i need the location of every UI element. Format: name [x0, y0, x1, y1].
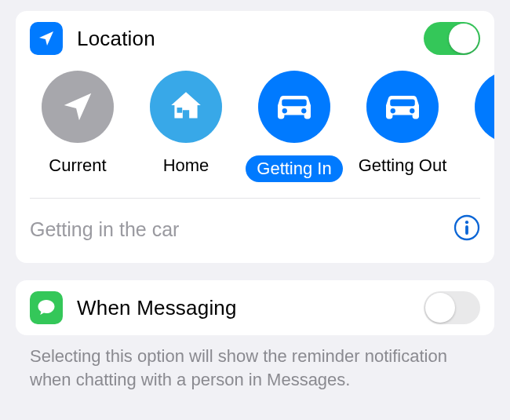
messaging-toggle[interactable]: [424, 291, 480, 324]
car-icon: [366, 71, 439, 143]
car-icon: [258, 71, 330, 143]
info-icon[interactable]: [454, 214, 480, 244]
messaging-icon: [30, 291, 63, 324]
location-option-getting-out[interactable]: Getting Out: [348, 71, 457, 182]
location-option-home[interactable]: Home: [132, 71, 240, 182]
toggle-knob: [425, 293, 455, 323]
svg-point-3: [301, 108, 306, 113]
location-options[interactable]: CurrentHomeGetting InGetting OutCu: [16, 66, 494, 198]
location-option-getting-in[interactable]: Getting In: [240, 71, 348, 182]
messaging-header: When Messaging: [16, 280, 494, 335]
car-icon: [475, 71, 494, 143]
option-label: Getting In: [246, 155, 342, 182]
location-header: Location: [16, 11, 494, 66]
option-label: Getting Out: [359, 155, 447, 176]
messaging-help: Selecting this option will show the remi…: [0, 335, 510, 391]
svg-point-2: [282, 108, 287, 113]
location-detail-text: Getting in the car: [30, 218, 179, 241]
svg-rect-0: [177, 108, 183, 113]
svg-point-6: [410, 108, 414, 113]
location-detail-row[interactable]: Getting in the car: [16, 199, 494, 263]
location-option-custom[interactable]: Cu: [457, 71, 494, 182]
location-card: Location CurrentHomeGetting InGetting Ou…: [16, 11, 494, 263]
house-icon: [150, 71, 222, 143]
messaging-card: When Messaging: [16, 280, 494, 335]
option-label: Home: [163, 155, 209, 176]
arrow-icon: [42, 71, 114, 143]
messaging-title: When Messaging: [77, 296, 237, 320]
location-option-current[interactable]: Current: [24, 71, 132, 182]
option-label: Current: [49, 155, 106, 176]
location-icon: [30, 22, 63, 55]
svg-rect-4: [390, 99, 415, 106]
svg-rect-12: [465, 225, 468, 235]
svg-point-5: [391, 108, 395, 113]
svg-rect-1: [282, 99, 307, 106]
location-toggle[interactable]: [424, 22, 480, 55]
toggle-knob: [449, 24, 479, 53]
svg-point-11: [465, 221, 468, 224]
location-title: Location: [77, 27, 155, 51]
